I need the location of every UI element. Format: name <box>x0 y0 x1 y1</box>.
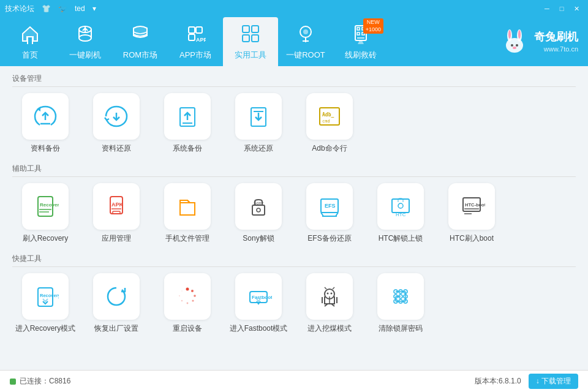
minimize-button[interactable]: ─ <box>540 2 554 15</box>
svg-point-71 <box>194 295 196 297</box>
nav-flash-label: 一键刷机 <box>69 50 101 61</box>
logo-name: 奇兔刷机 <box>534 30 578 44</box>
nav-flash[interactable]: 一键刷机 <box>58 17 113 66</box>
tool-htc-boot-label: HTC刷入boot <box>450 233 494 244</box>
tool-backup-data[interactable]: 资料备份 <box>12 93 78 154</box>
svg-point-76 <box>181 290 183 292</box>
new-badge-count: +1000 <box>366 26 381 34</box>
ted-label: ted <box>75 4 85 13</box>
tool-efs-backup[interactable]: EFS EFS备份还原 <box>296 183 363 244</box>
tool-restore-system[interactable]: 系统还原 <box>225 93 292 154</box>
app-icon: APP <box>185 23 206 47</box>
tool-fastboot-label: 进入Fastboot模式 <box>230 323 288 334</box>
tool-backup-system-label: 系统备份 <box>173 143 202 154</box>
svg-point-29 <box>516 44 518 47</box>
connection-indicator <box>10 379 16 385</box>
svg-point-70 <box>191 290 194 292</box>
svg-text:HTC-boot: HTC-boot <box>465 202 485 208</box>
svg-rect-5 <box>189 27 195 33</box>
svg-rect-7 <box>189 34 195 40</box>
svg-rect-10 <box>252 26 258 32</box>
svg-point-81 <box>331 293 333 295</box>
tool-file-manage[interactable]: 手机文件管理 <box>154 183 221 244</box>
svg-text:Recovery: Recovery <box>40 202 59 208</box>
tool-fastboot[interactable]: Fastboot 进入Fastboot模式 <box>225 273 292 334</box>
root-icon <box>295 23 316 47</box>
tool-sony-unlock[interactable]: Sony Sony解锁 <box>225 183 292 244</box>
svg-point-27 <box>518 30 521 39</box>
svg-text:EFS: EFS <box>325 203 336 209</box>
tool-file-manage-label: 手机文件管理 <box>165 233 209 244</box>
tool-restore-data[interactable]: 资料还原 <box>83 93 149 154</box>
tool-backup-system[interactable]: 系统备份 <box>154 93 221 154</box>
tool-clear-lock[interactable]: 清除锁屏密码 <box>368 273 434 334</box>
tool-enter-recovery[interactable]: Recovery 进入Recovery模式 <box>12 273 78 334</box>
svg-rect-20 <box>357 32 360 35</box>
svg-point-80 <box>327 293 329 295</box>
tool-clear-lock-label: 清除锁屏密码 <box>379 323 423 334</box>
svg-text:APP: APP <box>196 37 206 43</box>
logo-area: 奇兔刷机 www.7to.cn <box>500 17 586 66</box>
connection-status: 已连接：C8816 <box>20 376 70 386</box>
tools-icon <box>240 23 261 47</box>
tool-sony-unlock-label: Sony解锁 <box>243 233 274 244</box>
dropdown-icon[interactable]: ▾ <box>92 4 96 13</box>
title-bar-left: 技术论坛 👕 🐦 ted ▾ <box>5 4 96 14</box>
tool-backup-data-label: 资料备份 <box>31 143 60 154</box>
svg-point-69 <box>186 288 189 291</box>
tool-excavator[interactable]: 进入挖煤模式 <box>296 273 363 334</box>
close-button[interactable]: ✕ <box>570 2 583 15</box>
tool-htc-unlock[interactable]: HTC HTC解锁上锁 <box>368 183 434 244</box>
nav-bar: 首页 一键刷机 ROM市场 <box>0 17 588 66</box>
logo-rabbit-icon <box>500 27 529 56</box>
nav-root[interactable]: 一键ROOT <box>278 17 333 66</box>
logo-text: 奇兔刷机 www.7to.cn <box>534 30 578 53</box>
svg-rect-18 <box>357 28 360 30</box>
svg-rect-59 <box>392 199 409 213</box>
svg-rect-6 <box>196 27 202 33</box>
svg-point-75 <box>179 295 180 296</box>
section-quick-title: 快捷工具 <box>12 254 576 267</box>
shirt-icon[interactable]: 👕 <box>42 4 51 13</box>
svg-text:APK: APK <box>111 202 124 208</box>
nav-app-label: APP市场 <box>179 50 211 61</box>
nav-home[interactable]: 首页 <box>2 17 58 66</box>
tool-htc-boot[interactable]: HTC-boot HTC刷入boot <box>439 183 505 244</box>
chat-icon[interactable]: 🐦 <box>58 4 67 13</box>
tool-app-manage[interactable]: APK 应用管理 <box>83 183 149 244</box>
tool-factory-reset[interactable]: 恢复出厂设置 <box>83 273 149 334</box>
nav-app[interactable]: APP APP市场 <box>168 17 223 66</box>
svg-point-3 <box>79 35 91 41</box>
flash-icon <box>75 23 96 47</box>
tool-grid-helper: Recovery 刷入Recovery APK 应用管理 <box>12 183 576 244</box>
tool-adb[interactable]: Adb_ cmd Adb命令行 <box>296 93 363 154</box>
tool-reboot[interactable]: 重启设备 <box>154 273 221 334</box>
svg-text:Sony: Sony <box>254 201 263 206</box>
maximize-button[interactable]: □ <box>555 2 568 15</box>
tool-adb-label: Adb命令行 <box>312 143 347 154</box>
nav-rom[interactable]: ROM市场 <box>113 17 168 66</box>
download-manage-button[interactable]: ↓ 下载管理 <box>529 374 578 389</box>
svg-point-74 <box>181 300 183 301</box>
svg-point-28 <box>511 44 513 47</box>
svg-rect-11 <box>243 35 249 42</box>
tool-restore-data-label: 资料还原 <box>102 143 131 154</box>
home-icon <box>20 23 40 47</box>
tool-factory-reset-label: 恢复出厂设置 <box>94 323 138 334</box>
svg-rect-12 <box>252 35 258 42</box>
nav-home-label: 首页 <box>22 50 38 61</box>
nav-tools[interactable]: 实用工具 <box>223 17 278 66</box>
svg-text:Fastboot: Fastboot <box>252 295 272 300</box>
svg-point-26 <box>508 30 511 39</box>
tool-flash-recovery-label: 刷入Recovery <box>23 233 69 244</box>
nav-tools-label: 实用工具 <box>235 50 266 61</box>
version-label: 版本本:6.8.1.0 <box>475 376 521 386</box>
tool-excavator-label: 进入挖煤模式 <box>307 323 352 334</box>
svg-line-83 <box>333 287 334 289</box>
svg-point-52 <box>257 208 260 212</box>
svg-point-60 <box>398 203 403 208</box>
nav-rescue[interactable]: NEW +1000 线刷救砖 <box>333 17 388 66</box>
rom-icon <box>130 23 151 47</box>
tech-forum-link[interactable]: 技术论坛 <box>5 4 34 14</box>
tool-flash-recovery[interactable]: Recovery 刷入Recovery <box>12 183 78 244</box>
